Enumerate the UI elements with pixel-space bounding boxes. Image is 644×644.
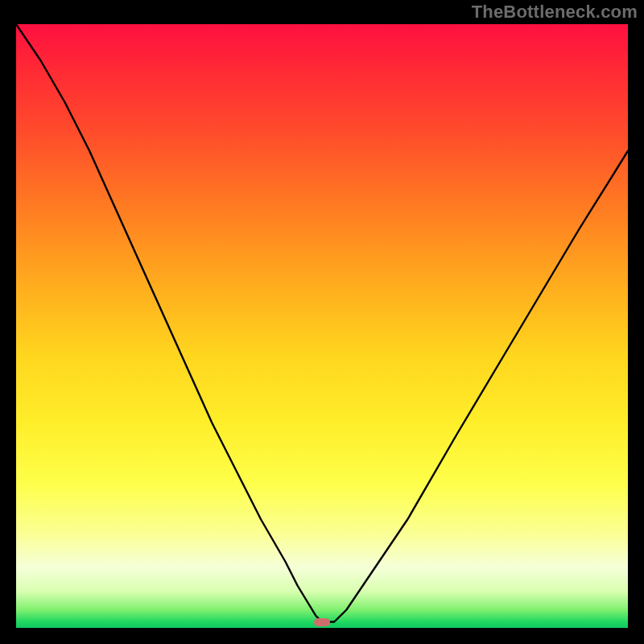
plot-area [16, 24, 628, 628]
curve-svg [16, 24, 628, 628]
chart-frame: TheBottleneck.com [0, 0, 644, 644]
optimal-marker [314, 618, 330, 626]
bottleneck-curve [16, 24, 628, 622]
watermark-label: TheBottleneck.com [472, 2, 638, 23]
